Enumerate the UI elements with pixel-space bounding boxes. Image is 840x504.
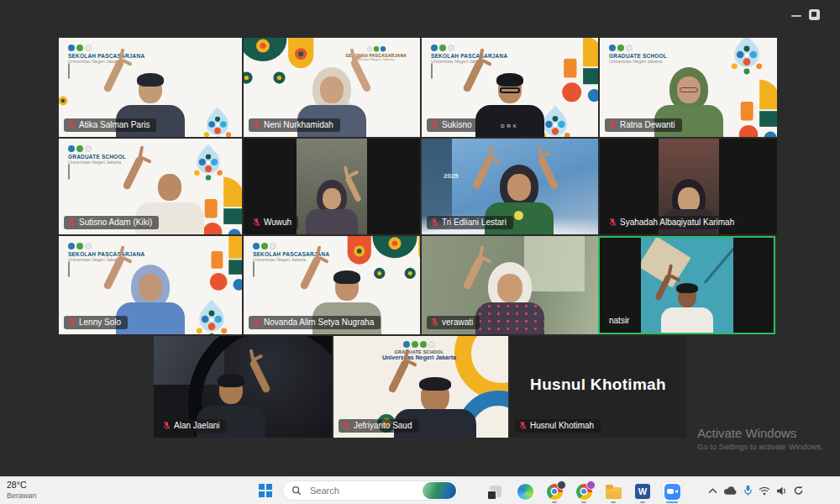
muted-mic-icon (431, 120, 438, 129)
virtual-bg-logo: SEKOLAH PASCASARJANA Universitas Negeri … (253, 243, 329, 277)
decor-pattern (737, 78, 777, 137)
participant-name-label: Husnul Khotimah (515, 419, 601, 433)
virtual-bg-logo: SEKOLAH PASCASARJANA Universitas Negeri … (68, 243, 144, 277)
muted-mic-icon (253, 120, 260, 129)
minimize-icon[interactable] (791, 15, 801, 17)
muted-mic-icon (163, 421, 171, 430)
participant-name-label: Neni Nurkhamidah (249, 118, 340, 132)
taskbar-app-edge[interactable] (516, 482, 534, 501)
video-tile[interactable]: Wuwuh (244, 139, 420, 234)
participant-name-label: Sukisno (427, 118, 479, 132)
participant-display-name: Husnul Khotimah (530, 375, 666, 394)
participant-name-label: Alan Jaelani (159, 419, 226, 433)
participant-name-label: Lenny Solo (64, 316, 128, 329)
decor-pattern (190, 297, 234, 334)
muted-mic-icon (68, 120, 76, 129)
onedrive-cloud-icon[interactable] (723, 486, 738, 496)
edge-icon (517, 484, 533, 500)
restore-icon[interactable] (809, 9, 820, 20)
video-tile[interactable]: GRADUATE SCHOOL Universitas Negeri Jakar… (59, 139, 242, 234)
decor-pattern (456, 391, 508, 438)
decor-pattern (59, 93, 71, 108)
taskbar: 28°C Berawan (0, 476, 840, 504)
video-tile[interactable]: SEKOLAH PASCASARJANA Universitas Negeri … (59, 38, 242, 137)
video-tile[interactable]: SEKOLAH PASCASARJANA Universitas Negeri … (244, 38, 420, 137)
chrome-profile-badge (557, 480, 566, 490)
muted-mic-icon (609, 218, 617, 227)
zoom-icon (664, 484, 680, 500)
weather-widget[interactable]: 28°C Berawan (7, 480, 37, 501)
muted-mic-icon (431, 318, 438, 327)
virtual-bg-logo: SEKOLAH PASCASARJANA Universitas Negeri … (345, 46, 407, 61)
taskbar-app-file-explorer[interactable] (604, 482, 622, 501)
virtual-bg-logo: SEKOLAH PASCASARJANA Universitas Negeri … (68, 45, 144, 79)
virtual-bg-logo: GRADUATE SCHOOL Universitas Negeri Jakar… (68, 145, 127, 180)
virtual-bg-logo: GRADUATE SCHOOL Universitas Negeri Jakar… (382, 341, 456, 360)
muted-mic-icon (253, 318, 260, 327)
chrome-profile-badge (586, 480, 596, 490)
microphone-icon[interactable] (743, 485, 753, 496)
volume-icon[interactable] (776, 486, 787, 496)
chevron-up-icon[interactable] (708, 488, 717, 494)
participant-name-label: Sutisno Adam (Kiki) (64, 216, 159, 229)
video-tile[interactable]: GRADUATE SCHOOL Universitas Negeri Jakar… (600, 38, 777, 137)
sync-icon[interactable] (793, 486, 804, 496)
activate-windows-watermark: Activate Windows Go to Settings to activ… (697, 426, 823, 451)
participant-name-label: natsir (605, 314, 636, 328)
muted-mic-icon (609, 120, 617, 129)
decor-pattern (559, 38, 598, 107)
video-tile[interactable]: Alan Jaelani (154, 336, 332, 438)
participant-name-label: Novanda Alim Setya Nugraha (249, 316, 381, 329)
participant-name-label: verawati (427, 316, 480, 329)
taskbar-app-chrome-1[interactable] (545, 482, 564, 501)
muted-mic-icon (68, 218, 76, 227)
wifi-icon[interactable] (759, 486, 770, 496)
decor-pattern (534, 103, 576, 137)
video-tile[interactable]: SEKOLAH PASCASARJANA Universitas Negeri … (422, 38, 598, 137)
taskbar-app-zoom[interactable] (663, 482, 681, 501)
participant-name-label: Jefriyanto Saud (339, 419, 419, 433)
search-box[interactable] (282, 480, 459, 501)
video-tile[interactable]: SEKOLAH PASCASARJANA Universitas Negeri … (244, 236, 420, 334)
task-view-icon (490, 486, 501, 497)
decor-pattern (244, 38, 318, 88)
decor-pattern (202, 174, 242, 234)
search-input[interactable] (308, 485, 423, 496)
search-icon (291, 486, 302, 496)
video-tile[interactable]: GRADUATE SCHOOL Universitas Negeri Jakar… (333, 336, 508, 438)
virtual-bg-logo: GRADUATE SCHOOL Universitas Negeri Jakar… (609, 45, 668, 64)
muted-mic-icon (519, 421, 527, 430)
decor-pattern (344, 236, 420, 283)
taskbar-app-task-view[interactable] (486, 482, 505, 501)
video-tile-no-video[interactable]: Husnul Khotimah Husnul Khotimah (510, 336, 686, 438)
participant-name-label: Atika Salman Paris (64, 118, 156, 132)
zoom-meeting-window: SEKOLAH PASCASARJANA Universitas Negeri … (0, 0, 840, 504)
muted-mic-icon (431, 218, 438, 227)
taskbar-app-word[interactable] (633, 482, 652, 501)
participant-name-label: Wuwuh (249, 216, 298, 229)
decor-pattern (208, 236, 242, 295)
taskbar-app-chrome-2[interactable] (575, 482, 593, 501)
word-icon (635, 484, 650, 499)
photo-text: 2025 (444, 172, 459, 180)
muted-mic-icon (68, 318, 76, 327)
participant-name-label: Ratna Dewanti (605, 118, 682, 132)
video-tile[interactable]: verawati (422, 236, 598, 334)
video-tile[interactable]: Syahadah Albaqiyatul Karimah (600, 139, 777, 234)
participant-video (641, 238, 733, 333)
start-button[interactable] (259, 484, 272, 497)
video-tile[interactable]: 2025 Tri Edliani Lestari (422, 139, 598, 234)
decor-pattern (725, 38, 769, 76)
file-explorer-icon (606, 487, 622, 499)
decor-pattern (198, 105, 237, 137)
participant-name-label: Syahadah Albaqiyatul Karimah (605, 216, 741, 229)
bing-daily-image[interactable] (423, 482, 456, 499)
participant-video (297, 139, 367, 234)
muted-mic-icon (343, 421, 350, 430)
participant-name-label: Tri Edliani Lestari (427, 216, 513, 229)
video-tile[interactable]: SEKOLAH PASCASARJANA Universitas Negeri … (59, 236, 242, 334)
muted-mic-icon (253, 218, 260, 227)
virtual-bg-logo: SEKOLAH PASCASARJANA Universitas Negeri … (431, 45, 507, 79)
video-tile-active-speaker[interactable]: natsir (598, 236, 775, 334)
